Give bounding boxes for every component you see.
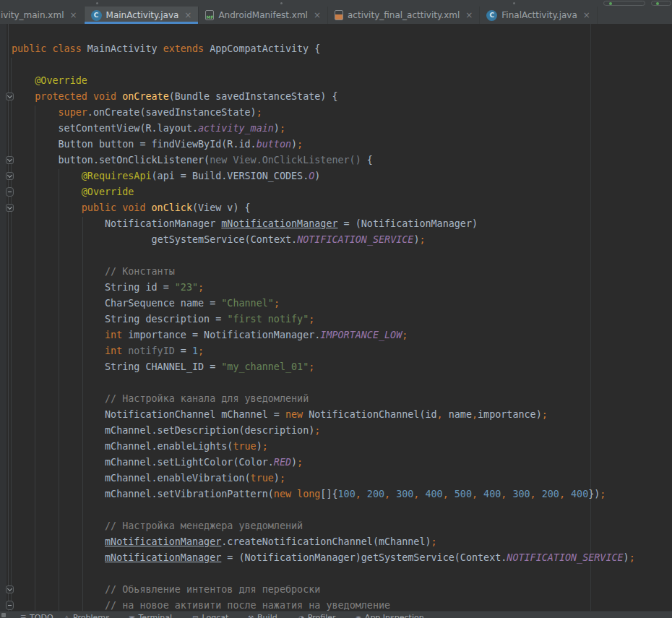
tool-window-button-logcat[interactable]: ▤Logcat [192,613,228,618]
code-line[interactable]: protected void onCreate(Bundle savedInst… [0,89,672,105]
tool-window-button-profiler[interactable]: ◔Profiler [298,613,336,618]
code-segment: true [233,441,256,452]
code-segment: , [356,489,361,499]
code-line[interactable]: int importance = NotificationManager.IMP… [0,327,672,343]
editor-tab-androidmanifest-xml[interactable]: MFAndroidManifest.xml× [199,7,328,24]
code-segment: 300 [396,489,413,499]
code-line[interactable] [0,375,672,391]
code-segment: mNotificationManager [105,552,221,563]
code-line[interactable]: @RequiresApi(api = Build.VERSION_CODES.O… [0,168,672,184]
tab-close-icon[interactable]: × [184,10,191,20]
editor-tab-mainactivity-java[interactable]: CMainActivity.java× [85,7,199,24]
code-segment: String id = [105,282,175,293]
fold-marker-icon[interactable] [6,204,14,212]
code-segment: = [175,346,192,356]
fold-marker-icon[interactable] [6,93,14,100]
profiler-icon: ◔ [298,614,304,618]
code-segment: Button button = findViewById(R.id. [59,139,257,150]
code-line[interactable]: String description = "first notify"; [0,312,672,327]
problems-icon: ⚠ [64,614,69,618]
toolbar-fragment-icon [96,2,98,4]
code-editor[interactable]: public class MainActivity extends AppCom… [0,24,672,611]
code-segment: MainActivity [87,43,163,54]
manifest-file-icon: MF [205,10,214,20]
tool-window-button-terminal[interactable]: ▣Terminal [129,613,172,618]
code-segment: ; [262,441,268,452]
tab-label: AndroidManifest.xml [218,10,308,20]
fold-marker-icon[interactable] [6,601,14,610]
run-icon [609,2,612,5]
code-line[interactable]: getSystemService(Context.NOTIFICATION_SE… [0,232,672,248]
code-line[interactable]: // Обьявление интентов для переброски [0,582,672,598]
tab-close-icon[interactable]: × [70,10,77,20]
code-line[interactable]: Button button = findViewById(R.id.button… [0,137,672,153]
code-segment: 300 [512,489,530,499]
code-line[interactable]: CharSequence name = "Channel"; [0,296,672,312]
tab-close-icon[interactable]: × [314,10,321,20]
code-line[interactable]: NotificationChannel mChannel = new Notif… [0,407,672,423]
code-segment: public void [82,202,152,213]
code-line[interactable]: @Override [0,184,672,200]
tab-close-icon[interactable]: × [583,10,590,20]
code-line[interactable]: mNotificationManager = (NotificationMana… [0,550,672,566]
code-line[interactable]: public class MainActivity extends AppCom… [0,41,672,57]
code-line[interactable]: mChannel.setVibrationPattern(new long[]{… [0,486,672,502]
code-line[interactable]: mChannel.setLightColor(Color.RED); [0,455,672,471]
code-line[interactable]: setContentView(R.layout.activity_main); [0,121,672,137]
code-segment: mChannel.enableLights( [105,441,233,452]
code-line[interactable]: String CHANNEL_ID = "my_channel_01"; [0,359,672,375]
code-line[interactable]: mChannel.enableVibration(true); [0,471,672,486]
code-line[interactable]: // Константы [0,264,672,280]
editor-tab-activity-final-acttivity-xml[interactable]: activity_final_acttivity.xml× [328,7,480,24]
editor-tab-finalacttivity-java[interactable]: CFinalActtivity.java× [480,7,598,24]
tool-window-button-build[interactable]: ⚒Build [248,613,277,618]
code-line[interactable]: @Override [0,73,672,89]
code-line[interactable]: button.setOnClickListener(new View.OnCli… [0,153,672,168]
code-segment: ; [297,457,303,468]
device-widget-button[interactable] [651,1,671,6]
code-line[interactable]: public void onClick(View v) { [0,200,672,216]
code-segment: .createNotificationChannel(mChannel) [221,536,431,547]
code-line[interactable] [0,248,672,264]
code-line[interactable]: // Настройка канала для уведомлений [0,391,672,407]
code-segment: 500 [455,489,472,499]
code-segment: 100 [338,489,356,499]
tool-window-label: Terminal [139,613,173,618]
editor-tab-ivity-main-xml[interactable]: ivity_main.xml× [0,7,85,24]
fold-marker-icon[interactable] [6,156,14,164]
code-line[interactable]: mChannel.enableLights(true); [0,439,672,455]
code-segment: ) [274,123,280,134]
code-line[interactable]: NotificationManager mNotificationManager… [0,216,672,232]
code-line[interactable]: // Настройка менеджера уведомлений [0,518,672,534]
editor-tab-bar: ivity_main.xml×CMainActivity.java×MFAndr… [0,7,672,24]
run-widget-button[interactable] [603,1,645,6]
code-segment: @Override [35,75,87,86]
code-segment: ; [309,314,314,325]
fold-marker-icon[interactable] [6,585,14,593]
tool-window-button-todo[interactable]: ☰TODO [20,613,53,618]
code-line[interactable] [0,502,672,518]
code-segment: ) [291,457,297,468]
code-line[interactable]: int notifyID = 1; [0,343,672,359]
code-segment: NOTIFICATION_SERVICE [507,552,623,563]
code-line[interactable]: mChannel.setDescription(description); [0,423,672,439]
code-segment: ; [402,330,408,340]
fold-marker-icon[interactable] [6,187,14,197]
code-line[interactable]: String id = "23"; [0,280,672,296]
code-segment: ) [274,473,280,484]
tool-window-button-problems[interactable]: ⚠Problems [64,613,110,618]
code-segment: (View v) { [192,202,251,213]
code-line[interactable] [0,57,672,73]
code-line[interactable]: mNotificationManager.createNotificationC… [0,534,672,550]
code-content[interactable]: public class MainActivity extends AppCom… [0,41,672,611]
code-segment: mNotificationManager [105,536,221,547]
code-line[interactable] [0,566,672,582]
fold-marker-icon[interactable] [6,172,14,180]
code-line[interactable]: // на новое активити после нажатия на ув… [0,598,672,611]
toolbar-fragment-icon [280,2,283,4]
tool-window-icon[interactable] [1,613,6,617]
tool-window-button-app-inspection[interactable]: ◉App Inspection [356,613,424,618]
code-line[interactable]: super.onCreate(savedInstanceState); [0,105,672,121]
code-segment: mChannel.setVibrationPattern( [105,489,274,499]
tab-close-icon[interactable]: × [465,10,473,20]
